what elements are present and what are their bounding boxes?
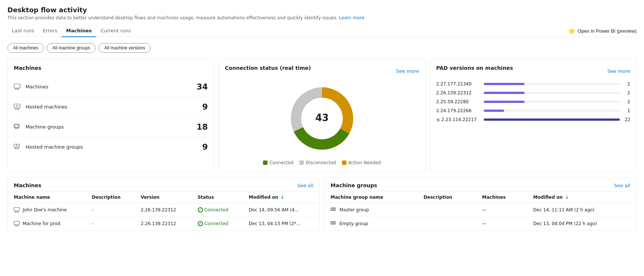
hosted-machines-row: Hosted machines 9 [14, 97, 208, 117]
svg-point-36 [333, 223, 334, 224]
machine-groups-table-title: Machine groups [331, 182, 377, 188]
filter-all-machines[interactable]: All machines [7, 43, 44, 53]
hosted-machine-groups-row: Hosted machine groups 9 [14, 137, 208, 157]
hosted-machine-groups-count: 9 [202, 142, 208, 152]
pad-bar-bg [484, 101, 620, 103]
svg-rect-4 [14, 104, 20, 108]
tab-errors[interactable]: Errors [39, 25, 62, 37]
pad-bar-fill [484, 118, 620, 121]
svg-text:43: 43 [315, 112, 329, 123]
pad-see-more[interactable]: See more [607, 68, 630, 74]
learn-more-link[interactable]: Learn more [339, 15, 364, 20]
machine-groups-table-card: Machine groups See all Machine group nam… [324, 178, 637, 231]
legend-action-needed: Action Needed [342, 160, 381, 165]
filter-all-machine-versions[interactable]: All machine versions [99, 43, 151, 53]
version-cell: 2.26.139.22312 [135, 217, 191, 231]
sort-icon-machines: ↓ [279, 195, 284, 200]
pad-versions-card: PAD versions on machines See more 2.27.1… [430, 59, 637, 172]
machines-summary-card: Machines Machines 34 [7, 59, 214, 172]
filter-bar: All machines All machine groups All mach… [7, 43, 637, 53]
machine-groups-table-header: Machine groups See all [325, 178, 636, 192]
col-group-description: Description [418, 192, 476, 203]
sort-icon-groups: ↓ [564, 195, 569, 200]
connection-see-more[interactable]: See more [396, 68, 419, 74]
svg-rect-27 [14, 221, 19, 225]
machine-groups-table: Machine group name Description Machines … [325, 192, 636, 230]
col-status: Status [192, 192, 243, 203]
machine-icon [14, 221, 20, 227]
tab-machines[interactable]: Machines [62, 25, 96, 37]
group-modified-on-cell: Dec 14, 11:11 AM (2 h ago) [527, 203, 636, 217]
pad-version-label: 2.26.139.22312 [436, 90, 481, 95]
pad-bar-bg [484, 118, 620, 121]
table-row: Machine for prod - 2.26.139.22312 ✓ Conn… [8, 217, 319, 231]
svg-rect-0 [14, 84, 20, 88]
col-modified-on[interactable]: Modified on ↓ [243, 192, 319, 203]
version-cell: 2.26.139.22312 [135, 203, 191, 217]
pad-bar-bg [484, 110, 620, 112]
power-bi-button[interactable]: ⭐ Open in Power BI (preview) [568, 27, 637, 35]
page-subtitle: This section provides data to better und… [7, 15, 637, 20]
legend-disconnected: Disconnected [299, 160, 336, 165]
svg-rect-10 [15, 125, 19, 127]
group-description-cell [418, 203, 476, 217]
pad-version-row: 2.25.59.22280 2 [436, 99, 630, 104]
group-machines-cell: — [476, 217, 528, 231]
svg-point-5 [16, 105, 18, 107]
donut-chart-container: 43 Connected Disconnected Action Needed [225, 81, 419, 165]
hosted-machine-groups-label: Hosted machine groups [26, 144, 202, 150]
donut-chart: 43 [285, 81, 359, 156]
bottom-tables-section: Machines See all Machine name Descriptio… [7, 178, 637, 231]
tab-current-runs[interactable]: Current runs [96, 25, 135, 37]
top-cards-section: Machines Machines 34 [7, 59, 637, 172]
pad-versions-header: PAD versions on machines See more [436, 65, 630, 77]
svg-point-15 [16, 145, 17, 146]
filter-all-machine-groups[interactable]: All machine groups [47, 43, 96, 53]
tab-bar: Last runs Errors Machines Current runs ⭐… [7, 25, 637, 37]
pad-versions-title: PAD versions on machines [436, 65, 513, 71]
group-icon [331, 221, 336, 227]
action-needed-dot [342, 160, 346, 165]
hosted-machine-group-icon [14, 143, 21, 151]
pad-bar-bg [484, 83, 620, 85]
col-group-modified-on[interactable]: Modified on ↓ [527, 192, 636, 203]
page-header: Desktop flow activity This section provi… [7, 6, 637, 20]
pad-version-label: 2.24.179.22266 [436, 108, 481, 113]
machines-label: Machines [26, 84, 197, 90]
group-modified-on-cell: Dec 13, 04:04 PM (22 h ago) [527, 217, 636, 231]
description-cell: - [86, 217, 135, 231]
pad-bar-fill [484, 92, 525, 94]
group-name-cell: Empty group [325, 217, 418, 231]
pad-bar-fill [484, 83, 525, 85]
machines-card-title: Machines [14, 65, 208, 71]
tab-last-runs[interactable]: Last runs [7, 25, 39, 37]
machines-see-all[interactable]: See all [297, 183, 313, 188]
col-group-name: Machine group name [325, 192, 418, 203]
legend-connected: Connected [263, 160, 293, 165]
pad-version-row: 2.26.139.22312 2 [436, 90, 630, 95]
col-description: Description [86, 192, 135, 203]
machines-table-card: Machines See all Machine name Descriptio… [7, 178, 320, 231]
pad-version-row: 2.27.177.22340 2 [436, 81, 630, 87]
machine-groups-see-all[interactable]: See all [614, 183, 630, 188]
status-icon: ✓ [198, 207, 203, 212]
svg-rect-14 [14, 144, 19, 147]
connection-status-title: Connection status (real time) [225, 65, 311, 71]
pad-version-label: 2.25.59.22280 [436, 99, 481, 104]
pad-version-count: 2 [623, 81, 630, 87]
machine-icon [14, 207, 20, 213]
group-description-cell [418, 217, 476, 231]
table-row: Master group — Dec 14, 11:11 AM (2 h ago… [325, 203, 636, 217]
pad-version-count: 1 [623, 108, 630, 113]
page-title: Desktop flow activity [7, 6, 637, 14]
table-row: Empty group — Dec 13, 04:04 PM (22 h ago… [325, 217, 636, 231]
pad-version-row: ≤ 2.23.114.22217 22 [436, 117, 630, 122]
pad-bar-bg [484, 92, 620, 94]
machine-name-cell: John Doe's machine [8, 203, 86, 217]
col-machine-name: Machine name [8, 192, 86, 203]
table-row: John Doe's machine - 2.26.139.22312 ✓ Co… [8, 203, 319, 217]
col-group-machines: Machines [476, 192, 528, 203]
status-icon: ✓ [198, 221, 203, 226]
machines-table-title: Machines [14, 182, 41, 188]
col-version: Version [135, 192, 191, 203]
